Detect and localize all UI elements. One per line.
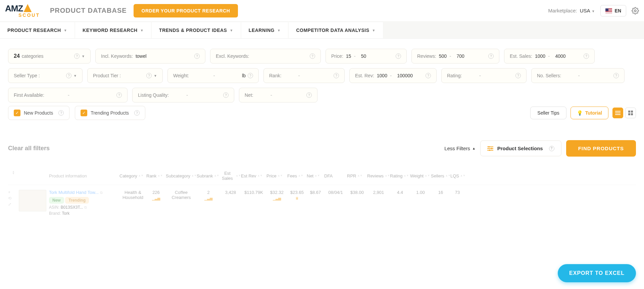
header-sellers[interactable]: Sellers▲▼ [431,171,450,181]
cell-rank: 226▁▃▅ [146,190,166,201]
cell-subrank: 2▁▃▅ [197,190,220,201]
nav-keyword-research[interactable]: KEYWORD RESEARCH▼ [75,22,151,38]
help-icon[interactable]: ? [396,53,401,59]
help-icon[interactable]: ? [116,92,122,98]
help-icon[interactable]: ? [549,146,554,151]
gear-icon[interactable] [632,7,639,14]
nav-learning[interactable]: LEARNING▼ [241,22,288,38]
filter-est-sales[interactable]: Est. Sales:1000-4000? [504,49,595,64]
copy-icon[interactable]: ⧉ [100,191,103,195]
product-image[interactable] [19,190,46,211]
help-icon[interactable]: ? [310,53,315,59]
calculator-icon[interactable]: 🖩 [287,196,307,200]
clear-filters-button[interactable]: Clear all filters [8,145,50,152]
chart-icon[interactable]: ▁▃▅ [266,196,287,201]
help-icon[interactable]: ? [426,73,431,78]
header-subcategory[interactable]: Subcategory▲▼ [166,171,197,181]
table-row: + ⟲ ⤢ Tork Multifold Hand Tow...⧉ New Tr… [8,185,636,220]
product-selections-button[interactable]: Product Selections ? [480,140,561,156]
filter-weight[interactable]: Weight:-lb? [167,68,259,83]
header-est-sales[interactable]: Est Sales▲▼ [220,171,241,181]
checkbox-new-products[interactable]: ✓ New Products ? [8,106,69,120]
filter-reviews[interactable]: Reviews:500-700? [411,49,499,64]
svg-rect-2 [615,113,621,113]
header-est-rev[interactable]: Est Rev▲▼ [241,171,266,181]
header-lqs[interactable]: LQS▲▼ [450,171,464,181]
help-icon[interactable]: ? [146,73,152,78]
svg-rect-8 [487,147,493,147]
cell-est-rev: $110.79K [241,190,266,195]
list-view-button[interactable] [612,108,623,118]
nav-competitor[interactable]: COMPETITOR DATA ANALYSIS▼ [289,22,383,38]
chevron-down-icon: ▼ [372,29,376,32]
filter-rank[interactable]: Rank:-? [263,68,345,83]
less-filters-button[interactable]: Less Filters ▲ [444,146,476,151]
add-icon[interactable]: + [8,190,19,195]
help-icon[interactable]: ? [334,73,339,78]
filter-rating[interactable]: Rating:-? [441,68,527,83]
filter-no-sellers[interactable]: No. Sellers:-? [531,68,625,83]
header-category[interactable]: Category▲▼ [119,171,146,181]
nav-product-research[interactable]: PRODUCT RESEARCH▼ [0,22,75,38]
filter-est-rev[interactable]: Est. Rev:1000-100000? [349,68,437,83]
language-button[interactable]: EN [600,5,626,16]
tutorial-button[interactable]: 💡 Tutorial [571,107,608,119]
filter-first-available[interactable]: First Available:-? [8,88,128,102]
nav-trends[interactable]: TRENDS & PRODUCT IDEAS▼ [152,22,241,38]
cell-est-sales: 3,428 [220,190,241,195]
help-icon[interactable]: ? [515,73,521,78]
svg-rect-1 [615,111,621,112]
help-icon[interactable]: ? [66,73,71,78]
checkbox-trending-products[interactable]: ✓ Trending Products ? [75,106,145,120]
header-rpr[interactable]: RPR▲▼ [347,171,367,181]
filter-listing-quality[interactable]: Listing Quality:-? [132,88,234,102]
help-icon[interactable]: ? [134,110,140,116]
filter-incl-keywords[interactable]: Incl. Keywords:towel? [95,49,205,64]
copy-icon[interactable]: ⧉ [84,205,87,209]
chart-icon[interactable]: ▁▃▅ [197,196,220,201]
expand-icon[interactable]: ⤢ [8,202,19,207]
sort-icon[interactable]: ▲▼ [12,171,15,175]
order-research-button[interactable]: ORDER YOUR PRODUCT RESEARCH [134,4,238,17]
filter-seller-type[interactable]: Seller Type :?▼ [8,68,83,83]
help-icon[interactable]: ? [58,110,64,116]
help-icon[interactable]: ? [248,73,253,78]
help-icon[interactable]: ? [613,73,619,78]
seller-tips-button[interactable]: Seller Tips [530,107,566,119]
help-icon[interactable]: ? [488,53,494,59]
row-actions: + ⟲ ⤢ [8,190,19,207]
header-rank[interactable]: Rank▲▼ [146,171,166,181]
header-price[interactable]: Price▲▼ [266,171,287,181]
header-weight[interactable]: Weight▲▼ [410,171,431,181]
logo-amz: AMZ [5,3,23,13]
marketplace-selector[interactable]: Marketplace: USA ▼ [548,8,595,13]
chevron-down-icon: ▼ [154,74,157,78]
filters-panel: 24categories?▼ Incl. Keywords:towel? Exc… [0,39,644,106]
filter-product-tier[interactable]: Product Tier :?▼ [87,68,163,83]
grid-view-button[interactable] [625,108,636,118]
header-product-info: Product information [49,171,119,181]
help-icon[interactable]: ? [223,92,229,98]
help-icon[interactable]: ? [584,53,589,59]
help-icon[interactable]: ? [194,53,200,59]
svg-rect-7 [631,113,633,115]
filter-net[interactable]: Net:-? [239,88,317,102]
lang-code: EN [615,8,621,13]
filter-excl-keywords[interactable]: Excl. Keywords:? [210,49,321,64]
product-link[interactable]: Tork Multifold Hand Tow... [49,190,99,195]
refresh-icon[interactable]: ⟲ [8,196,19,201]
header-rating[interactable]: Rating▲▼ [390,171,410,181]
header-fees[interactable]: Fees▲▼ [287,171,307,181]
find-products-button[interactable]: FIND PRODUCTS [566,140,636,157]
filter-categories[interactable]: 24categories?▼ [8,49,91,64]
header-net[interactable]: Net▲▼ [307,171,324,181]
header-reviews[interactable]: Reviews▲▼ [367,171,390,181]
grid-icon [628,110,633,116]
filter-price[interactable]: Price:15-50? [326,49,407,64]
svg-rect-6 [628,113,630,115]
header-subrank[interactable]: Subrank▲▼ [197,171,220,181]
help-icon[interactable]: ? [306,92,312,98]
help-icon[interactable]: ? [74,53,80,59]
logo[interactable]: AMZ SCOUT [5,3,40,18]
chart-icon[interactable]: ▁▃▅ [146,196,166,201]
